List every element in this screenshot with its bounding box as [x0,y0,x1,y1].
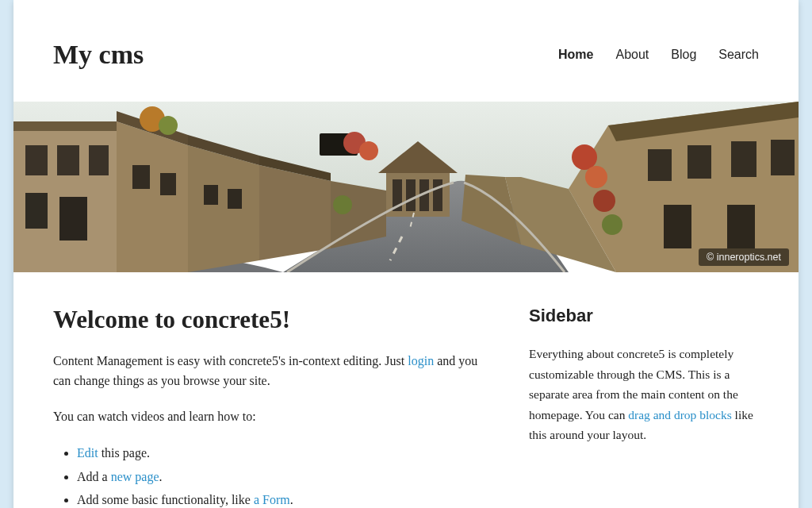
intro-text-a: Content Management is easy with concrete… [53,354,408,368]
svg-point-37 [159,116,178,135]
svg-rect-6 [25,193,48,229]
svg-rect-10 [132,165,150,189]
svg-rect-7 [59,197,87,241]
svg-rect-30 [771,140,795,175]
svg-rect-14 [204,185,218,205]
svg-rect-11 [160,173,176,195]
page-heading: Welcome to concrete5! [53,306,481,334]
sidebar: Sidebar Everything about concrete5 is co… [529,306,759,508]
image-credit: © inneroptics.net [699,248,789,266]
svg-rect-24 [433,179,442,211]
howto-list: Edit this page. Add a new page. Add some… [53,442,481,508]
svg-rect-15 [228,189,242,209]
svg-point-43 [593,190,615,212]
svg-rect-22 [406,179,416,211]
svg-point-40 [333,195,352,214]
svg-rect-2 [13,121,117,131]
edit-link[interactable]: Edit [77,446,98,460]
main-content: Welcome to concrete5! Content Management… [53,306,481,508]
list-text: Add some basic functionality, like [77,493,254,506]
svg-point-44 [602,214,622,235]
svg-marker-16 [259,165,331,260]
svg-rect-27 [648,149,672,181]
nav-about[interactable]: About [615,48,649,62]
drag-drop-link[interactable]: drag and drop blocks [628,408,731,421]
svg-rect-32 [727,205,755,248]
sidebar-heading: Sidebar [529,306,759,326]
list-text: . [290,493,293,506]
svg-rect-5 [89,145,109,175]
svg-point-42 [585,166,607,188]
svg-point-39 [359,141,378,160]
svg-rect-3 [25,145,48,175]
login-link[interactable]: login [408,354,434,368]
site-title[interactable]: My cms [53,40,144,70]
main-nav: Home About Blog Search [558,48,759,62]
list-item: Edit this page. [77,442,481,464]
list-item: Add some basic functionality, like a For… [77,489,481,508]
svg-rect-28 [688,145,711,179]
list-text: Add a [77,470,111,483]
svg-rect-31 [664,205,691,248]
new-page-link[interactable]: new page [111,470,159,483]
intro-paragraph: Content Management is easy with concrete… [53,352,481,391]
hero-image: © inneroptics.net [13,102,799,272]
nav-search[interactable]: Search [718,48,759,62]
svg-marker-8 [117,121,188,272]
nav-blog[interactable]: Blog [671,48,696,62]
svg-point-41 [572,144,597,170]
list-item: Add a new page. [77,466,481,487]
sidebar-text: Everything about concrete5 is completely… [529,344,759,445]
svg-marker-12 [188,145,259,272]
nav-home[interactable]: Home [558,48,593,62]
list-text: . [159,470,163,483]
list-text: this page. [98,446,150,460]
howto-paragraph: You can watch videos and learn how to: [53,407,481,427]
svg-rect-4 [57,145,79,175]
svg-rect-29 [731,141,756,177]
form-link[interactable]: a Form [254,493,290,506]
